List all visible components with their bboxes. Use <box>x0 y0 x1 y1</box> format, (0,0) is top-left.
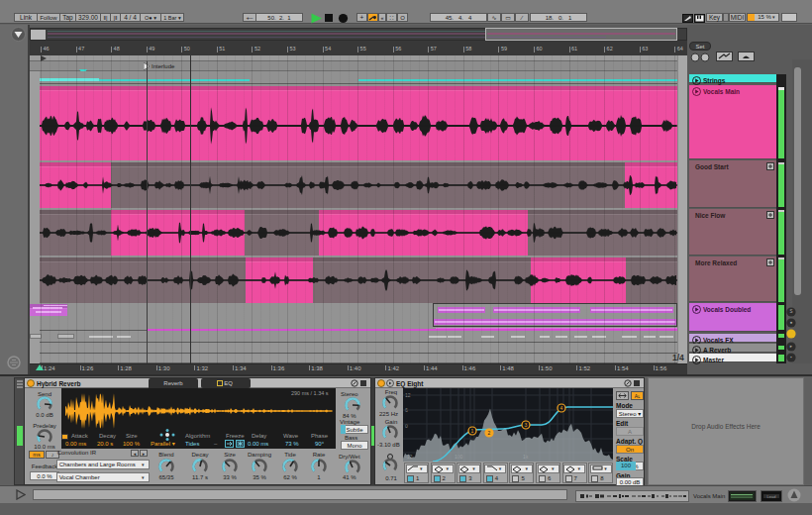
svg-text:Lead: Lead <box>767 494 776 499</box>
svg-text:2: 2 <box>488 430 491 436</box>
svg-text:1: 1 <box>471 428 474 434</box>
svg-text:4: 4 <box>560 405 563 411</box>
svg-text:3: 3 <box>525 422 528 428</box>
